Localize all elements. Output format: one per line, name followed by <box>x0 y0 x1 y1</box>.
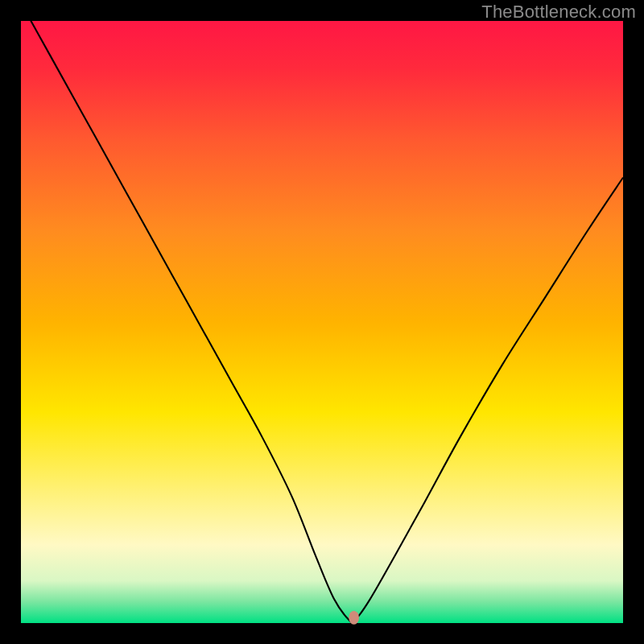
bottleneck-chart <box>0 0 644 644</box>
watermark-text: TheBottleneck.com <box>481 2 636 23</box>
plot-background <box>21 21 623 623</box>
chart-frame: TheBottleneck.com <box>0 0 644 644</box>
optimal-point-marker <box>349 611 359 625</box>
